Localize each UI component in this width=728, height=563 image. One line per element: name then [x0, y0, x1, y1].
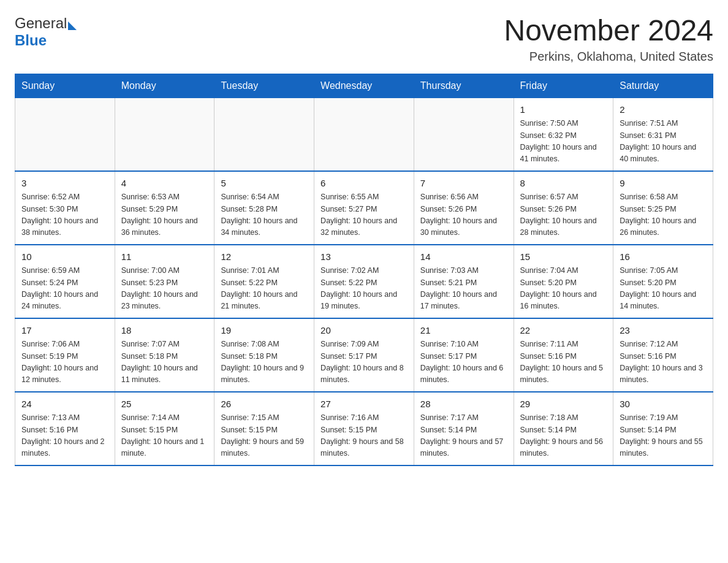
day-info: Sunrise: 7:00 AMSunset: 5:23 PMDaylight:… [121, 265, 208, 313]
calendar-cell-w3-d3: 20Sunrise: 7:09 AMSunset: 5:17 PMDayligh… [314, 318, 414, 392]
day-info: Sunrise: 7:16 AMSunset: 5:15 PMDaylight:… [320, 412, 408, 460]
calendar-cell-w4-d6: 30Sunrise: 7:19 AMSunset: 5:14 PMDayligh… [613, 392, 713, 465]
logo-general-text: General [15, 15, 67, 32]
calendar-cell-w0-d6: 2Sunrise: 7:51 AMSunset: 6:31 PMDaylight… [613, 98, 713, 171]
day-number: 26 [221, 397, 308, 412]
day-info: Sunrise: 6:53 AMSunset: 5:29 PMDaylight:… [121, 191, 208, 239]
calendar-cell-w4-d5: 29Sunrise: 7:18 AMSunset: 5:14 PMDayligh… [514, 392, 613, 465]
day-number: 6 [320, 177, 408, 191]
day-info: Sunrise: 6:59 AMSunset: 5:24 PMDaylight:… [21, 265, 108, 313]
calendar-cell-w2-d4: 14Sunrise: 7:03 AMSunset: 5:21 PMDayligh… [414, 245, 514, 318]
weekday-header-wednesday: Wednesday [314, 74, 414, 98]
calendar-cell-w2-d5: 15Sunrise: 7:04 AMSunset: 5:20 PMDayligh… [514, 245, 613, 318]
day-number: 17 [21, 324, 108, 338]
calendar-cell-w1-d3: 6Sunrise: 6:55 AMSunset: 5:27 PMDaylight… [314, 171, 414, 245]
day-number: 15 [520, 250, 607, 264]
title-block: November 2024 Perkins, Oklahoma, United … [504, 15, 713, 64]
weekday-header-friday: Friday [514, 74, 613, 98]
calendar-cell-w1-d5: 8Sunrise: 6:57 AMSunset: 5:26 PMDaylight… [514, 171, 613, 245]
logo-triangle-icon [68, 21, 77, 30]
calendar-cell-w3-d1: 18Sunrise: 7:07 AMSunset: 5:18 PMDayligh… [115, 318, 214, 392]
day-number: 8 [520, 177, 607, 191]
day-number: 7 [420, 177, 507, 191]
day-number: 21 [420, 324, 507, 338]
calendar-cell-w3-d4: 21Sunrise: 7:10 AMSunset: 5:17 PMDayligh… [414, 318, 514, 392]
calendar-cell-w4-d0: 24Sunrise: 7:13 AMSunset: 5:16 PMDayligh… [15, 392, 115, 465]
calendar-cell-w1-d4: 7Sunrise: 6:56 AMSunset: 5:26 PMDaylight… [414, 171, 514, 245]
calendar-cell-w3-d2: 19Sunrise: 7:08 AMSunset: 5:18 PMDayligh… [214, 318, 314, 392]
calendar-cell-w1-d1: 4Sunrise: 6:53 AMSunset: 5:29 PMDaylight… [115, 171, 214, 245]
calendar-cell-w4-d2: 26Sunrise: 7:15 AMSunset: 5:15 PMDayligh… [214, 392, 314, 465]
day-info: Sunrise: 7:14 AMSunset: 5:15 PMDaylight:… [121, 412, 208, 460]
calendar-cell-w2-d3: 13Sunrise: 7:02 AMSunset: 5:22 PMDayligh… [314, 245, 414, 318]
calendar-cell-w3-d5: 22Sunrise: 7:11 AMSunset: 5:16 PMDayligh… [514, 318, 613, 392]
day-number: 12 [221, 250, 308, 264]
day-info: Sunrise: 7:18 AMSunset: 5:14 PMDaylight:… [520, 412, 607, 460]
day-info: Sunrise: 7:01 AMSunset: 5:22 PMDaylight:… [221, 265, 308, 313]
weekday-header-saturday: Saturday [613, 74, 713, 98]
calendar-cell-w0-d3 [314, 98, 414, 171]
day-info: Sunrise: 7:04 AMSunset: 5:20 PMDaylight:… [520, 265, 607, 313]
day-number: 11 [121, 250, 208, 264]
calendar-cell-w2-d2: 12Sunrise: 7:01 AMSunset: 5:22 PMDayligh… [214, 245, 314, 318]
day-number: 18 [121, 324, 208, 338]
calendar-cell-w4-d1: 25Sunrise: 7:14 AMSunset: 5:15 PMDayligh… [115, 392, 214, 465]
calendar-cell-w0-d1 [115, 98, 214, 171]
day-number: 29 [520, 397, 607, 412]
day-info: Sunrise: 7:05 AMSunset: 5:20 PMDaylight:… [620, 265, 707, 313]
day-info: Sunrise: 7:02 AMSunset: 5:22 PMDaylight:… [320, 265, 408, 313]
calendar-title: November 2024 [504, 15, 713, 47]
calendar-cell-w2-d0: 10Sunrise: 6:59 AMSunset: 5:24 PMDayligh… [15, 245, 115, 318]
day-number: 28 [420, 397, 507, 412]
calendar-cell-w0-d2 [214, 98, 314, 171]
day-number: 3 [21, 177, 108, 191]
day-info: Sunrise: 7:13 AMSunset: 5:16 PMDaylight:… [21, 412, 108, 460]
day-number: 24 [21, 397, 108, 412]
day-info: Sunrise: 6:55 AMSunset: 5:27 PMDaylight:… [320, 191, 408, 239]
weekday-header-sunday: Sunday [15, 74, 115, 98]
day-info: Sunrise: 7:17 AMSunset: 5:14 PMDaylight:… [420, 412, 507, 460]
calendar-cell-w2-d6: 16Sunrise: 7:05 AMSunset: 5:20 PMDayligh… [613, 245, 713, 318]
day-info: Sunrise: 6:58 AMSunset: 5:25 PMDaylight:… [620, 191, 707, 239]
day-info: Sunrise: 7:03 AMSunset: 5:21 PMDaylight:… [420, 265, 507, 313]
calendar-cell-w2-d1: 11Sunrise: 7:00 AMSunset: 5:23 PMDayligh… [115, 245, 214, 318]
day-info: Sunrise: 6:52 AMSunset: 5:30 PMDaylight:… [21, 191, 108, 239]
day-info: Sunrise: 7:51 AMSunset: 6:31 PMDaylight:… [620, 118, 707, 166]
day-info: Sunrise: 7:10 AMSunset: 5:17 PMDaylight:… [420, 339, 507, 386]
calendar-cell-w3-d0: 17Sunrise: 7:06 AMSunset: 5:19 PMDayligh… [15, 318, 115, 392]
calendar-subtitle: Perkins, Oklahoma, United States [504, 50, 713, 64]
day-info: Sunrise: 7:06 AMSunset: 5:19 PMDaylight:… [21, 339, 108, 386]
day-number: 20 [320, 324, 408, 338]
weekday-header-tuesday: Tuesday [214, 74, 314, 98]
day-number: 27 [320, 397, 408, 412]
day-number: 5 [221, 177, 308, 191]
day-info: Sunrise: 7:19 AMSunset: 5:14 PMDaylight:… [620, 412, 707, 460]
logo-blue-text: Blue [15, 32, 47, 48]
day-number: 1 [520, 103, 607, 117]
calendar-cell-w0-d0 [15, 98, 115, 171]
day-info: Sunrise: 7:50 AMSunset: 6:32 PMDaylight:… [520, 118, 607, 166]
day-info: Sunrise: 7:11 AMSunset: 5:16 PMDaylight:… [520, 339, 607, 386]
calendar-cell-w0-d5: 1Sunrise: 7:50 AMSunset: 6:32 PMDaylight… [514, 98, 613, 171]
day-info: Sunrise: 7:15 AMSunset: 5:15 PMDaylight:… [221, 412, 308, 460]
day-number: 14 [420, 250, 507, 264]
day-info: Sunrise: 7:08 AMSunset: 5:18 PMDaylight:… [221, 339, 308, 386]
day-number: 25 [121, 397, 208, 412]
day-number: 22 [520, 324, 607, 338]
day-info: Sunrise: 6:57 AMSunset: 5:26 PMDaylight:… [520, 191, 607, 239]
day-number: 19 [221, 324, 308, 338]
calendar-cell-w0-d4 [414, 98, 514, 171]
calendar-table: SundayMondayTuesdayWednesdayThursdayFrid… [15, 74, 713, 466]
day-info: Sunrise: 6:54 AMSunset: 5:28 PMDaylight:… [221, 191, 308, 239]
weekday-header-monday: Monday [115, 74, 214, 98]
day-number: 16 [620, 250, 707, 264]
weekday-header-thursday: Thursday [414, 74, 514, 98]
day-number: 4 [121, 177, 208, 191]
logo: General Blue [15, 15, 77, 49]
calendar-cell-w4-d3: 27Sunrise: 7:16 AMSunset: 5:15 PMDayligh… [314, 392, 414, 465]
day-info: Sunrise: 7:07 AMSunset: 5:18 PMDaylight:… [121, 339, 208, 386]
day-number: 10 [21, 250, 108, 264]
day-info: Sunrise: 7:09 AMSunset: 5:17 PMDaylight:… [320, 339, 408, 386]
page-header: General Blue November 2024 Perkins, Okla… [15, 15, 713, 64]
day-number: 30 [620, 397, 707, 412]
